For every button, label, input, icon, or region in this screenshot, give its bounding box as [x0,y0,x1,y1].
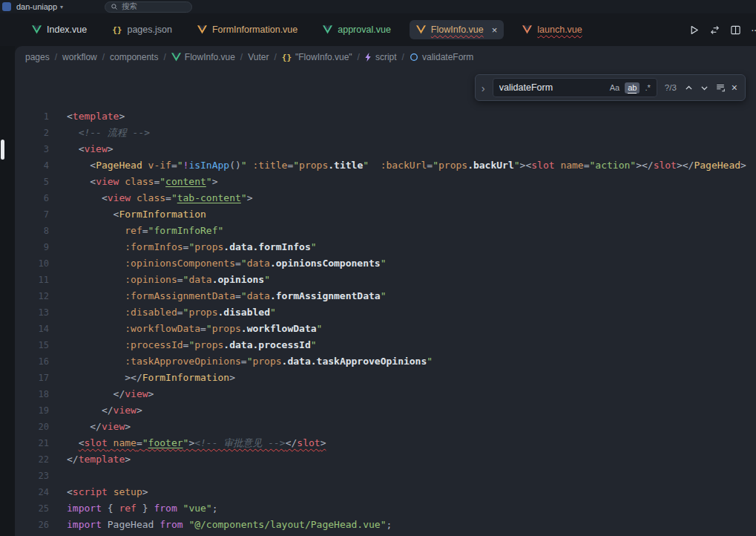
code-line-24[interactable]: 24<script setup> [15,484,756,500]
code-line-12[interactable]: 12:formAssignmentData="data.formAssignme… [15,288,756,304]
code-line-22[interactable]: 22</template> [15,451,756,468]
token: > [247,192,253,203]
line-number[interactable]: 11 [15,272,59,288]
find-previous-button[interactable] [684,83,694,93]
line-number[interactable]: 21 [15,435,59,451]
line-number[interactable]: 3 [15,141,59,157]
code-line-18[interactable]: 18</view> [15,386,756,402]
line-number[interactable]: 1 [15,108,59,125]
code-line-3[interactable]: 3<view> [15,141,756,157]
code-line-9[interactable]: 9:formInfos="props.data.formInfos" [15,239,756,255]
code-line-21[interactable]: 21<slot name="footer"><!-- 审批意见 --></slo… [15,435,756,451]
breadcrumb-item-vuter[interactable]: Vuter [248,52,269,62]
breadcrumb-separator: / [358,52,360,62]
breadcrumb-item-validateform[interactable]: validateForm [410,52,473,62]
code-line-6[interactable]: 6<view class="tab-content"> [15,190,756,206]
code-line-2[interactable]: 2<!-- 流程 --> [15,125,756,141]
workspace-menu[interactable]: dan-uniapp ▾ [16,2,63,11]
token: () [229,160,241,171]
code-line-4[interactable]: 4<PageHead v-if="!isInApp()" :title="pro… [15,157,756,174]
line-number[interactable]: 23 [15,468,59,484]
token: </ [102,405,114,416]
code-line-7[interactable]: 7<FormInformation [15,206,756,223]
find-in-selection-button[interactable] [715,82,726,93]
code-line-8[interactable]: 8ref="formInfoRef" [15,223,756,239]
line-number[interactable]: 12 [15,288,59,304]
token: = [427,160,433,171]
code-line-10[interactable]: 10:opinionsComponents="data.opinionsComp… [15,255,756,272]
tab-pages-json[interactable]: {}pages.json [105,20,179,39]
line-number[interactable]: 9 [15,239,59,255]
line-number[interactable]: 16 [15,353,59,370]
code-line-13[interactable]: 13:disabled="props.disabled" [15,304,756,321]
line-number[interactable]: 26 [15,517,59,533]
code-line-1[interactable]: 1<template> [15,108,756,125]
line-number[interactable]: 25 [15,500,59,517]
line-number[interactable]: 10 [15,255,59,272]
token: data [247,258,270,269]
tab-launch-vue[interactable]: launch.vue [516,20,588,39]
line-number[interactable]: 19 [15,402,59,419]
find-input[interactable] [499,82,605,93]
line-number[interactable]: 18 [15,386,59,402]
line-number[interactable]: 20 [15,419,59,435]
regex-button[interactable]: .* [642,82,653,94]
code-line-14[interactable]: 14:workflowData="props.workflowData" [15,321,756,337]
breadcrumb-item-pages[interactable]: pages [25,52,50,62]
tab-flowinfo-vue[interactable]: FlowInfo.vue× [410,20,504,39]
run-button[interactable] [688,24,700,36]
code-line-25[interactable]: 25import { ref } from "vue"; [15,500,756,517]
code-line-23[interactable]: 23 [15,468,756,484]
find-next-button[interactable] [700,83,709,93]
breadcrumb-item-flowinfo-vue[interactable]: FlowInfo.vue [171,52,235,62]
match-case-button[interactable]: Aa [607,82,622,94]
whole-word-button[interactable]: ab [625,82,640,94]
code-line-5[interactable]: 5<view class="content"> [15,174,756,190]
more-actions-button[interactable]: ··· [751,24,756,36]
code-text: import { ref } from "vue"; [59,500,218,517]
line-number[interactable]: 24 [15,484,59,500]
breadcrumb-item--flowinfo-vue-[interactable]: {}"FlowInfo.vue" [282,52,352,62]
line-number[interactable]: 7 [15,206,59,223]
line-number[interactable]: 22 [15,451,59,468]
code-line-16[interactable]: 16:taskApproveOpinions="props.data.taskA… [15,353,756,370]
vue-file-icon [323,25,332,34]
breadcrumb-label: "FlowInfo.vue" [295,52,352,62]
code-line-26[interactable]: 26import PageHead from "@/components/lay… [15,517,756,533]
line-number[interactable]: 15 [15,337,59,353]
line-number[interactable]: 13 [15,304,59,321]
token: > [108,143,114,154]
token: = [241,356,247,367]
tab-forminformation-vue[interactable]: FormInformation.vue [191,20,304,39]
code-line-17[interactable]: 17></FormInformation> [15,370,756,386]
tab-index-vue[interactable]: Index.vue [25,20,93,39]
breadcrumb-item-workflow[interactable]: workflow [62,52,97,62]
code-editor[interactable]: 1<template>2<!-- 流程 -->3<view>4<PageHead… [15,68,756,533]
line-number[interactable]: 14 [15,321,59,337]
split-editor-button[interactable] [730,24,741,36]
token: :formInfos [125,241,183,252]
token: "formInfoRef" [148,225,224,236]
code-line-11[interactable]: 11:opinions="data.opinions" [15,272,756,288]
token: from [154,503,177,514]
token: " [363,160,369,171]
code-line-20[interactable]: 20</view> [15,419,756,435]
breadcrumb-item-script[interactable]: script [365,52,397,62]
close-find-icon[interactable]: × [732,82,737,94]
line-number[interactable]: 17 [15,370,59,386]
line-number[interactable]: 6 [15,190,59,206]
sidebar-resize-handle[interactable] [1,140,4,160]
close-tab-icon[interactable]: × [492,25,498,35]
global-search-box[interactable]: 搜索 [105,1,192,13]
line-number[interactable]: 5 [15,174,59,190]
toggle-replace-icon[interactable]: › [480,82,487,94]
line-number[interactable]: 8 [15,223,59,239]
code-line-15[interactable]: 15:processId="props.data.processId" [15,337,756,353]
line-number[interactable]: 4 [15,157,59,174]
tab-approval-vue[interactable]: approval.vue [316,20,398,39]
token: > [142,486,148,497]
line-number[interactable]: 2 [15,125,59,141]
breadcrumb-item-components[interactable]: components [110,52,158,62]
open-changes-button[interactable] [709,24,720,36]
code-line-19[interactable]: 19</view> [15,402,756,419]
